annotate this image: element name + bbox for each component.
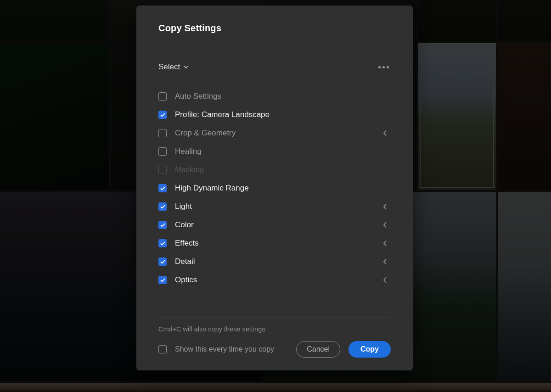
settings-row: Profile: Camera Landscape — [158, 106, 391, 124]
chevron-down-icon — [183, 64, 189, 70]
settings-item-label: Light — [175, 202, 379, 211]
settings-list: Auto SettingsProfile: Camera LandscapeCr… — [158, 87, 391, 289]
settings-checkbox[interactable] — [158, 92, 167, 101]
settings-row: Effects — [158, 234, 391, 252]
settings-checkbox[interactable] — [158, 147, 167, 156]
settings-checkbox[interactable] — [158, 129, 167, 137]
dialog-title: Copy Settings — [158, 23, 391, 34]
settings-row: Healing — [158, 142, 391, 161]
settings-item-label: Masking — [175, 165, 391, 174]
settings-item-label: Effects — [175, 239, 379, 248]
settings-checkbox[interactable] — [158, 184, 167, 192]
settings-item-label: Detail — [175, 257, 379, 266]
chevron-left-icon[interactable] — [379, 129, 391, 137]
settings-checkbox[interactable] — [158, 276, 167, 284]
settings-item-label: Color — [175, 220, 379, 230]
settings-row: Optics — [158, 271, 391, 289]
settings-row: Light — [158, 197, 391, 216]
settings-item-label: Healing — [175, 147, 391, 156]
settings-item-label: Profile: Camera Landscape — [175, 110, 391, 119]
show-every-time-checkbox[interactable] — [158, 345, 167, 353]
settings-row: Auto Settings — [158, 87, 391, 106]
chevron-left-icon[interactable] — [379, 240, 391, 247]
settings-checkbox[interactable] — [158, 239, 167, 247]
show-every-time-label: Show this every time you copy — [175, 345, 274, 353]
settings-item-label: High Dynamic Range — [175, 184, 391, 193]
settings-checkbox[interactable] — [158, 202, 167, 211]
select-dropdown[interactable]: Select — [158, 62, 189, 72]
settings-item-label: Crop & Geometry — [175, 129, 379, 138]
settings-row: Masking — [158, 161, 391, 179]
settings-checkbox — [158, 166, 167, 174]
chevron-left-icon[interactable] — [379, 203, 391, 210]
copy-settings-dialog: Copy Settings Select Auto SettingsProfil… — [136, 6, 413, 370]
settings-item-label: Optics — [175, 275, 379, 285]
divider — [158, 318, 391, 318]
cancel-button[interactable]: Cancel — [296, 341, 340, 358]
settings-checkbox[interactable] — [158, 111, 167, 119]
hint-text: Cmd+C will also copy these settings — [158, 325, 391, 333]
copy-button[interactable]: Copy — [349, 341, 391, 358]
settings-row: Color — [158, 216, 391, 234]
chevron-left-icon[interactable] — [379, 258, 391, 265]
settings-item-label: Auto Settings — [175, 92, 391, 101]
chevron-left-icon[interactable] — [379, 221, 391, 229]
more-options-button[interactable] — [377, 64, 391, 70]
divider — [158, 42, 391, 42]
settings-checkbox[interactable] — [158, 258, 167, 266]
chevron-left-icon[interactable] — [379, 276, 391, 284]
settings-row: Crop & Geometry — [158, 124, 391, 142]
settings-row: High Dynamic Range — [158, 179, 391, 197]
settings-row: Detail — [158, 252, 391, 271]
select-dropdown-label: Select — [158, 62, 180, 72]
settings-checkbox[interactable] — [158, 221, 167, 229]
